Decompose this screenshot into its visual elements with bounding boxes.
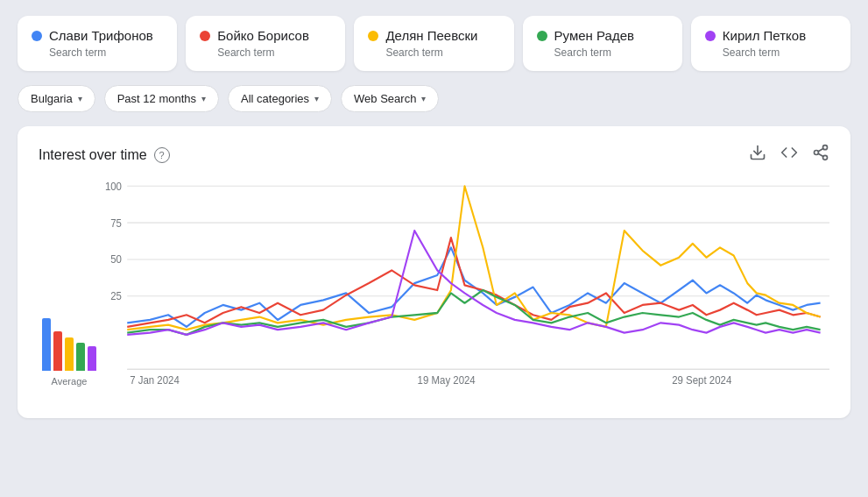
card-dot-delyan <box>368 31 378 41</box>
card-name-rumen: Румен Радев <box>537 28 668 43</box>
time-filter[interactable]: Past 12 months ▾ <box>104 85 219 112</box>
avg-bar-4 <box>88 346 96 371</box>
chart-header: Interest over time ? <box>39 144 829 166</box>
region-label: Bulgaria <box>31 92 73 105</box>
time-label: Past 12 months <box>117 92 196 105</box>
card-type-slavi: Search term <box>49 46 163 59</box>
avg-bar-3 <box>76 343 85 371</box>
search-card-slavi: Слави Трифонов Search term <box>18 16 177 71</box>
chart-actions <box>749 144 829 166</box>
avg-column: Average <box>39 176 100 404</box>
avg-label: Average <box>52 376 88 387</box>
avg-bar-0 <box>42 318 51 371</box>
search-card-boyko: Бойко Борисов Search term <box>186 16 345 71</box>
svg-line-5 <box>818 148 823 151</box>
avg-bar-2 <box>65 337 74 371</box>
time-chevron: ▾ <box>201 94 206 103</box>
region-chevron: ▾ <box>78 94 82 103</box>
card-type-delyan: Search term <box>385 46 499 59</box>
svg-text:75: 75 <box>110 217 122 230</box>
card-name-slavi: Слави Трифонов <box>32 28 163 43</box>
share-icon[interactable] <box>812 144 829 166</box>
category-chevron: ▾ <box>314 94 319 103</box>
help-icon[interactable]: ? <box>154 147 170 163</box>
svg-text:19 May 2024: 19 May 2024 <box>418 374 476 387</box>
avg-bar-1 <box>53 331 62 371</box>
chart-svg-area: 100 75 50 25 7 Ja <box>100 176 829 404</box>
avg-bars <box>42 301 96 371</box>
card-type-boyko: Search term <box>217 46 331 59</box>
card-name-boyko: Бойко Борисов <box>200 28 331 43</box>
chart-panel: Interest over time ? Average <box>18 126 850 418</box>
region-filter[interactable]: Bulgaria ▾ <box>18 85 95 112</box>
svg-text:7 Jan 2024: 7 Jan 2024 <box>130 374 180 387</box>
search-card-rumen: Румен Радев Search term <box>523 16 682 71</box>
card-type-kiril: Search term <box>723 46 836 59</box>
line-chart: 100 75 50 25 7 Ja <box>100 176 829 404</box>
search-card-kiril: Кирил Петков Search term <box>691 16 850 71</box>
card-name-delyan: Делян Пеевски <box>368 28 499 43</box>
svg-text:100: 100 <box>105 180 122 193</box>
embed-icon[interactable] <box>780 144 798 166</box>
svg-text:50: 50 <box>110 253 122 266</box>
search-cards: Слави Трифонов Search term Бойко Борисов… <box>18 16 850 71</box>
category-label: All categories <box>241 92 309 105</box>
card-dot-boyko <box>200 31 210 41</box>
download-icon[interactable] <box>749 144 766 166</box>
category-filter[interactable]: All categories ▾ <box>228 85 332 112</box>
card-dot-slavi <box>32 31 42 41</box>
chart-title-area: Interest over time ? <box>39 147 170 163</box>
card-type-rumen: Search term <box>554 46 668 59</box>
search-type-label: Web Search <box>354 92 416 105</box>
svg-line-4 <box>818 153 823 156</box>
svg-text:25: 25 <box>110 290 122 303</box>
card-dot-rumen <box>537 31 547 41</box>
card-dot-kiril <box>705 31 716 41</box>
chart-title: Interest over time <box>39 147 147 163</box>
search-type-filter[interactable]: Web Search ▾ <box>341 85 439 112</box>
search-type-chevron: ▾ <box>421 94 426 103</box>
page-wrapper: Слави Трифонов Search term Бойко Борисов… <box>0 0 868 434</box>
card-name-kiril: Кирил Петков <box>705 28 836 43</box>
svg-text:29 Sept 2024: 29 Sept 2024 <box>672 374 731 387</box>
chart-area: Average 100 75 50 25 <box>39 176 829 404</box>
search-card-delyan: Делян Пеевски Search term <box>354 16 513 71</box>
filter-bar: Bulgaria ▾ Past 12 months ▾ All categori… <box>18 85 850 112</box>
